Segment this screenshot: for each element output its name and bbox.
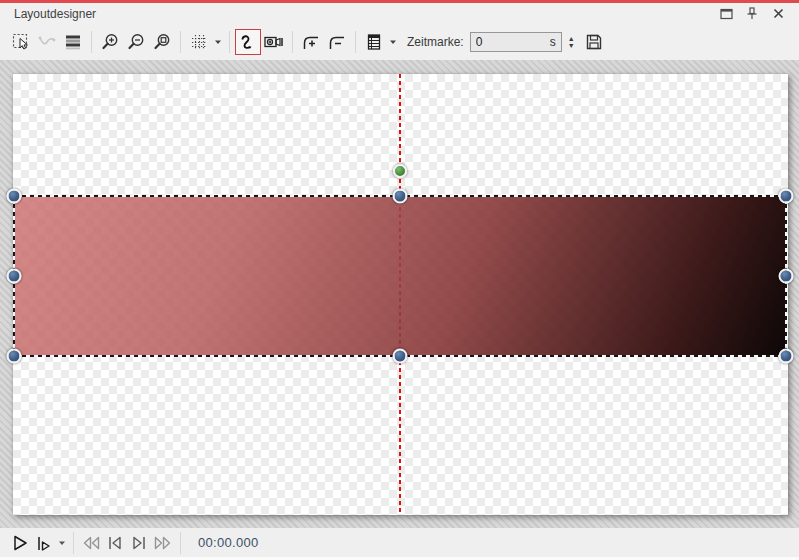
selection-handle-bottom-right[interactable] — [779, 349, 794, 364]
toolbar-separator — [91, 31, 92, 53]
curve-smooth-button[interactable] — [34, 29, 60, 55]
toolbar-separator — [180, 31, 181, 53]
grid-dropdown-icon — [214, 38, 222, 46]
play-from-icon — [34, 533, 54, 553]
play-from-dropdown-icon — [58, 539, 66, 547]
playback-bar: 00:00.000 — [0, 528, 799, 560]
zoom-fit-icon — [152, 32, 172, 52]
pin-icon — [746, 7, 758, 20]
curve-remove-icon — [327, 32, 347, 52]
curve-smooth-icon — [37, 32, 57, 52]
maximize-button[interactable] — [717, 6, 735, 22]
pin-button[interactable] — [743, 6, 761, 22]
spin-up-icon[interactable]: ▲ — [566, 35, 577, 42]
skip-start-button[interactable] — [103, 531, 127, 555]
toolbar-separator — [355, 31, 356, 53]
layer-stack-icon — [63, 32, 83, 52]
fast-forward-button[interactable] — [151, 531, 175, 555]
rewind-button[interactable] — [79, 531, 103, 555]
close-button[interactable] — [769, 6, 787, 22]
playbar-separator — [180, 532, 181, 554]
skip-end-icon — [129, 533, 149, 553]
zeitmarke-input[interactable] — [476, 35, 546, 49]
layer-stack-button[interactable] — [60, 29, 86, 55]
design-canvas[interactable] — [13, 74, 788, 515]
grid-icon — [189, 32, 209, 52]
zeitmarke-spinner: ▲ ▼ — [566, 35, 577, 49]
keyframe-table-icon — [364, 32, 384, 52]
zoom-out-button[interactable] — [123, 29, 149, 55]
toolbar-separator — [229, 31, 230, 53]
maximize-icon — [720, 8, 733, 20]
grid-dropdown-button[interactable] — [212, 29, 224, 55]
window-title: Layoutdesigner — [14, 7, 96, 21]
grid-button[interactable] — [186, 29, 212, 55]
gradient-fill — [14, 196, 786, 356]
save-button[interactable] — [581, 29, 607, 55]
selection-handle-middle-right[interactable] — [779, 269, 794, 284]
rotation-handle[interactable] — [393, 164, 407, 178]
curve-add-button[interactable] — [298, 29, 324, 55]
select-tool-icon — [11, 32, 31, 52]
curve-add-icon — [301, 32, 321, 52]
toolbar: Zeitmarke: s ▲ ▼ — [0, 24, 799, 60]
selection-handle-middle-left[interactable] — [7, 269, 22, 284]
camera-icon — [263, 32, 285, 52]
toolbar-separator — [292, 31, 293, 53]
play-icon — [10, 533, 30, 553]
selection-handle-top-left[interactable] — [7, 189, 22, 204]
zeitmarke-field[interactable]: s — [470, 32, 562, 52]
selection-handle-top-right[interactable] — [779, 189, 794, 204]
time-display: 00:00.000 — [198, 535, 259, 550]
spin-down-icon[interactable]: ▼ — [566, 42, 577, 49]
layoutdesigner-window: Layoutdesigner — [0, 0, 799, 560]
curve-path-icon — [238, 32, 258, 52]
keyframe-table-dropdown-icon — [389, 38, 397, 46]
rewind-icon — [80, 533, 102, 553]
zeitmarke-unit: s — [550, 35, 556, 49]
playbar-separator — [73, 532, 74, 554]
save-icon — [584, 32, 604, 52]
skip-end-button[interactable] — [127, 531, 151, 555]
curve-path-button[interactable] — [235, 29, 261, 55]
titlebar[interactable]: Layoutdesigner — [0, 3, 799, 24]
selection-handle-top-center[interactable] — [393, 189, 408, 204]
camera-button[interactable] — [261, 29, 287, 55]
zoom-in-button[interactable] — [97, 29, 123, 55]
close-icon — [773, 8, 784, 19]
play-from-button[interactable] — [32, 531, 56, 555]
keyframe-table-dropdown-button[interactable] — [387, 29, 399, 55]
workspace-background — [0, 60, 799, 528]
curve-remove-button[interactable] — [324, 29, 350, 55]
selected-gradient-object[interactable] — [14, 196, 786, 356]
titlebar-controls — [717, 6, 799, 22]
selection-handle-bottom-center[interactable] — [393, 349, 408, 364]
zoom-fit-button[interactable] — [149, 29, 175, 55]
keyframe-table-button[interactable] — [361, 29, 387, 55]
play-from-dropdown-button[interactable] — [56, 530, 68, 556]
play-button[interactable] — [8, 531, 32, 555]
zoom-in-icon — [100, 32, 120, 52]
zoom-out-icon — [126, 32, 146, 52]
selection-handle-bottom-left[interactable] — [7, 349, 22, 364]
fast-forward-icon — [152, 533, 174, 553]
select-tool-button[interactable] — [8, 29, 34, 55]
zeitmarke-label: Zeitmarke: — [407, 35, 464, 49]
skip-start-icon — [105, 533, 125, 553]
